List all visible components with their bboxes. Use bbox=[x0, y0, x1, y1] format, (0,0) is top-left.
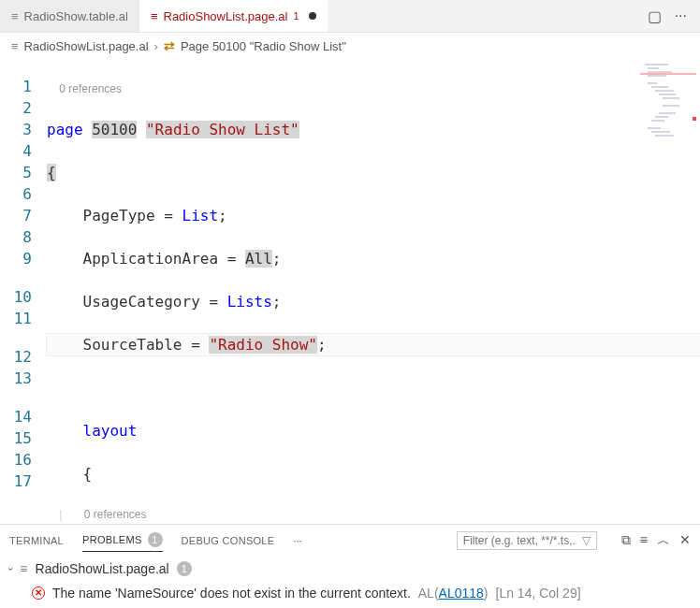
minimap[interactable] bbox=[640, 61, 696, 173]
codelens[interactable]: | 0 references bbox=[47, 506, 700, 523]
codelens[interactable]: 0 references bbox=[47, 80, 700, 97]
tab-active[interactable]: ≡ RadioShowList.page.al 1 bbox=[139, 0, 328, 32]
tab-actions: ▢ ··· bbox=[648, 0, 700, 32]
split-editor-icon[interactable]: ▢ bbox=[648, 7, 662, 25]
problem-message: The name 'NameSource' does not exist in … bbox=[52, 586, 411, 601]
problem-file-row[interactable]: › ≡ RadioShowList.page.al 1 bbox=[0, 556, 700, 582]
line-number: 10 bbox=[0, 286, 32, 308]
problem-item[interactable]: ✕ The name 'NameSource' does not exist i… bbox=[0, 582, 700, 608]
line-number: 7 bbox=[0, 205, 32, 226]
editor[interactable]: 1 2 3 4 5 6 7 8 9 10 11 12 13 14 15 16 1… bbox=[0, 59, 700, 524]
symbol-icon: ⇄ bbox=[164, 38, 175, 53]
more-actions-icon[interactable]: ··· bbox=[675, 7, 687, 24]
tab-modified-count: 1 bbox=[293, 10, 299, 22]
breadcrumb: ≡ RadioShowList.page.al › ⇄ Page 50100 "… bbox=[0, 33, 700, 59]
line-number: 17 bbox=[0, 470, 32, 492]
problems-badge: 1 bbox=[148, 532, 163, 547]
line-number: 14 bbox=[0, 406, 32, 427]
close-panel-icon[interactable]: ✕ bbox=[679, 532, 691, 549]
line-number: 8 bbox=[0, 226, 32, 248]
tab-inactive[interactable]: ≡ RadioShow.table.al bbox=[0, 0, 139, 32]
line-number: 4 bbox=[0, 140, 32, 162]
panel-more-icon[interactable]: ··· bbox=[293, 535, 301, 546]
line-number: 6 bbox=[0, 183, 32, 205]
bottom-panel: TERMINAL PROBLEMS 1 DEBUG CONSOLE ··· ▽ … bbox=[0, 524, 700, 608]
svg-rect-17 bbox=[693, 117, 696, 121]
file-icon: ≡ bbox=[11, 39, 19, 53]
tab-label: RadioShow.table.al bbox=[24, 9, 128, 23]
breadcrumb-separator-icon: › bbox=[154, 39, 158, 53]
line-number: 9 bbox=[0, 248, 32, 269]
line-number: 11 bbox=[0, 308, 32, 329]
tab-debug-console[interactable]: DEBUG CONSOLE bbox=[182, 531, 275, 550]
problems-filter[interactable]: ▽ bbox=[457, 531, 597, 550]
problem-location: [Ln 14, Col 29] bbox=[496, 586, 581, 601]
code-area[interactable]: 0 references page 50100 "Radio Show List… bbox=[47, 59, 700, 524]
line-number: 2 bbox=[0, 97, 32, 119]
file-problems-badge: 1 bbox=[177, 561, 192, 576]
filter-input[interactable] bbox=[463, 534, 576, 547]
problem-file-name: RadioShowList.page.al bbox=[36, 561, 169, 576]
file-icon: ≡ bbox=[11, 9, 19, 23]
line-number: 16 bbox=[0, 449, 32, 470]
chevron-down-icon[interactable]: › bbox=[6, 567, 16, 570]
breadcrumb-file[interactable]: RadioShowList.page.al bbox=[24, 39, 149, 53]
breadcrumb-symbol[interactable]: Page 50100 "Radio Show List" bbox=[181, 39, 346, 53]
tab-problems[interactable]: PROBLEMS 1 bbox=[82, 528, 163, 552]
unsaved-dot-icon bbox=[309, 12, 316, 20]
tab-label: RadioShowList.page.al bbox=[164, 9, 288, 23]
panel-tab-bar: TERMINAL PROBLEMS 1 DEBUG CONSOLE ··· ▽ … bbox=[0, 525, 700, 556]
line-number: 5 bbox=[0, 162, 32, 183]
error-icon: ✕ bbox=[32, 586, 45, 600]
file-icon: ≡ bbox=[20, 561, 27, 576]
line-number: 13 bbox=[0, 368, 32, 389]
collapse-all-icon[interactable]: ≡ bbox=[640, 532, 648, 549]
chevron-up-icon[interactable]: ︿ bbox=[657, 532, 670, 549]
line-number: 15 bbox=[0, 427, 32, 449]
line-number: 3 bbox=[0, 119, 32, 140]
line-number: 12 bbox=[0, 346, 32, 368]
panel-actions: ⧉ ≡ ︿ ✕ bbox=[621, 532, 691, 549]
line-number: 1 bbox=[0, 76, 32, 97]
tab-terminal[interactable]: TERMINAL bbox=[9, 531, 64, 550]
line-gutter: 1 2 3 4 5 6 7 8 9 10 11 12 13 14 15 16 1… bbox=[0, 59, 47, 524]
file-icon: ≡ bbox=[151, 9, 158, 23]
filter-icon[interactable]: ▽ bbox=[582, 534, 591, 547]
rule-link[interactable]: AL0118 bbox=[439, 586, 484, 601]
tab-bar: ≡ RadioShow.table.al ≡ RadioShowList.pag… bbox=[0, 0, 700, 33]
tab-problems-label: PROBLEMS bbox=[82, 534, 142, 545]
copy-icon[interactable]: ⧉ bbox=[621, 532, 631, 549]
